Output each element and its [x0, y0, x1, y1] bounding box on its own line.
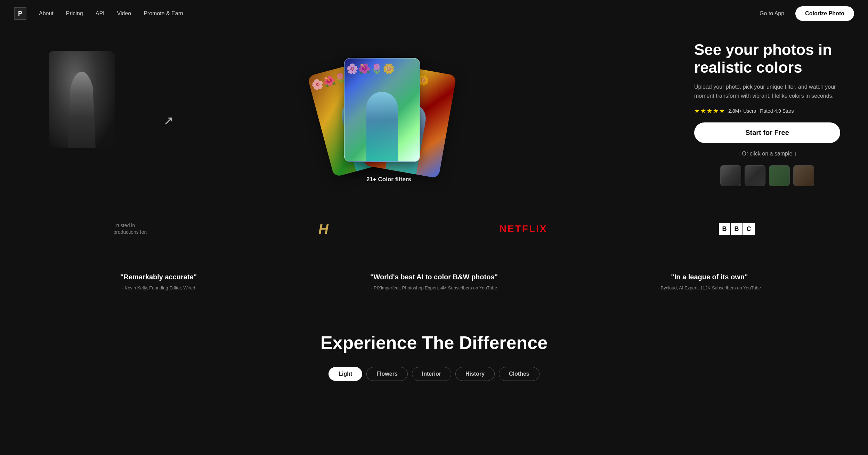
filter-tab-clothes[interactable]: Clothes: [499, 367, 540, 381]
bbc-box-b2: B: [731, 223, 743, 235]
color-card-center: [344, 58, 420, 162]
star-icons: ★★★★★: [694, 107, 725, 115]
hero-section: ↗ 21+ Color filters: [0, 27, 868, 207]
navigation: P About Pricing API Video Promote & Earn…: [0, 0, 868, 27]
swipe-arrow-icon: ↗: [163, 113, 174, 128]
hero-subtitle: Upload your photo, pick your unique filt…: [694, 82, 840, 100]
bbc-box-b1: B: [719, 223, 730, 235]
start-free-button[interactable]: Start for Free: [694, 122, 840, 143]
brand-netflix: NETFLIX: [500, 223, 547, 234]
quote-attr-0: - Kevin Kelly, Founding Editor, Wired: [28, 285, 289, 290]
colorize-photo-button[interactable]: Colorize Photo: [795, 6, 854, 21]
quote-item-0: "Remarkably accurate" - Kevin Kelly, Fou…: [28, 272, 289, 290]
nav-promote[interactable]: Promote & Earn: [144, 10, 183, 17]
filter-tab-interior[interactable]: Interior: [412, 367, 451, 381]
sample-thumb-4[interactable]: [793, 165, 814, 186]
hero-text: See your photos in realistic colors Uplo…: [694, 41, 840, 186]
trusted-section: Trusted in productions for: H NETFLIX B …: [0, 207, 868, 251]
card-inner-center: [344, 58, 420, 161]
nav-video[interactable]: Video: [117, 10, 131, 17]
quote-attr-1: - PIXimperfect, Photoshop Expert, 4M Sub…: [303, 285, 565, 290]
rating-text: 2.8M+ Users | Rated 4.9 Stars: [728, 108, 794, 114]
nav-pricing[interactable]: Pricing: [66, 10, 83, 17]
nav-actions: Go to App Colorize Photo: [754, 6, 854, 21]
sample-thumb-1[interactable]: [720, 165, 741, 186]
quote-text-1: "World's best AI to color B&W photos": [303, 272, 565, 282]
history-h-icon: H: [318, 221, 328, 237]
bw-photo: [49, 51, 115, 148]
quote-item-1: "World's best AI to color B&W photos" - …: [303, 272, 565, 290]
nav-api[interactable]: API: [96, 10, 105, 17]
sample-thumb-3[interactable]: [769, 165, 790, 186]
stars-row: ★★★★★ 2.8M+ Users | Rated 4.9 Stars: [694, 107, 840, 115]
logo[interactable]: P: [14, 7, 26, 20]
filter-tab-flowers[interactable]: Flowers: [366, 367, 407, 381]
quote-text-0: "Remarkably accurate": [28, 272, 289, 282]
quote-attr-2: - Bycloud, AI Expert, 112K Subscribers o…: [579, 285, 840, 290]
sample-thumb-2[interactable]: [745, 165, 765, 186]
filter-tab-light[interactable]: Light: [328, 367, 362, 381]
quote-text-2: "In a league of its own": [579, 272, 840, 282]
quotes-section: "Remarkably accurate" - Kevin Kelly, Fou…: [0, 251, 868, 311]
card-figure-center: [366, 92, 398, 161]
experience-title: Experience The Difference: [28, 332, 840, 353]
filter-tabs: Light Flowers Interior History Clothes: [28, 367, 840, 381]
brand-bbc: B B C: [719, 223, 755, 235]
color-filters-label: 21+ Color filters: [366, 176, 411, 183]
filter-tab-history[interactable]: History: [455, 367, 495, 381]
sample-thumbs: [694, 165, 840, 186]
quote-item-2: "In a league of its own" - Bycloud, AI E…: [579, 272, 840, 290]
hero-images: ↗ 21+ Color filters: [28, 44, 680, 183]
hero-title: See your photos in realistic colors: [694, 41, 840, 76]
color-cards: 21+ Color filters: [340, 54, 438, 173]
experience-section: Experience The Difference Light Flowers …: [0, 311, 868, 395]
bw-figure: [68, 72, 96, 148]
nav-links: About Pricing API Video Promote & Earn: [39, 10, 754, 17]
brand-history: H: [318, 221, 328, 237]
trusted-label: Trusted in productions for:: [113, 222, 147, 236]
nav-about[interactable]: About: [39, 10, 54, 17]
samples-label: ↓ Or click on a sample ↓: [694, 149, 840, 158]
goto-app-button[interactable]: Go to App: [754, 8, 790, 19]
bbc-box-c: C: [743, 223, 755, 235]
